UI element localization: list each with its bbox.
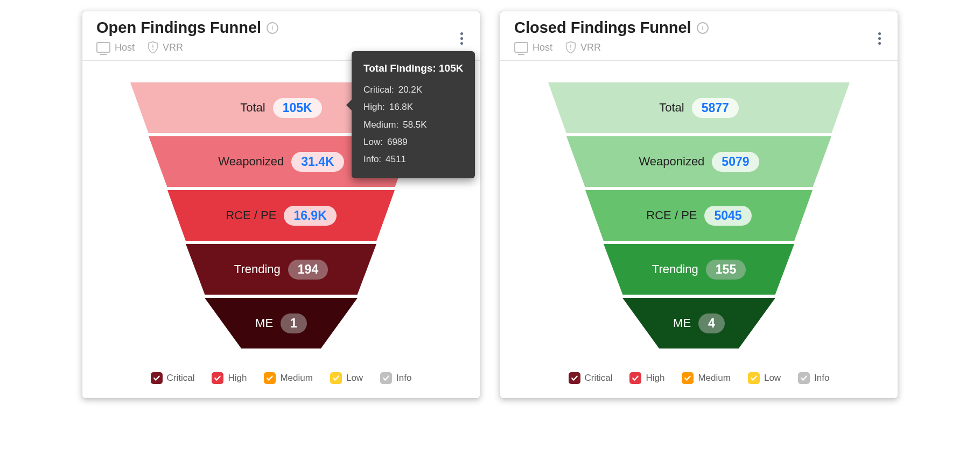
tooltip-title-value: 105K bbox=[439, 62, 463, 74]
segment-label: RCE / PE bbox=[226, 208, 276, 222]
segment-label: Weaponized bbox=[218, 155, 284, 169]
card-title: Open Findings Funneli bbox=[96, 19, 466, 37]
funnel-segment-me[interactable]: ME1 bbox=[205, 298, 358, 348]
segment-label: Trending bbox=[234, 262, 281, 276]
legend-label: Low bbox=[764, 373, 781, 384]
tooltip-row-label: Info: bbox=[363, 151, 381, 168]
funnel-chart: Total5877Weaponized5079RCE / PE5045Trend… bbox=[500, 61, 898, 363]
tooltip-row-value: 4511 bbox=[386, 151, 406, 168]
vrr-label: VRR bbox=[163, 42, 183, 53]
legend-item-high[interactable]: High bbox=[629, 372, 664, 384]
segment-label: ME bbox=[673, 316, 691, 330]
info-icon[interactable]: i bbox=[267, 22, 278, 34]
segment-value-badge: 5045 bbox=[704, 206, 751, 226]
tooltip-title-label: Total Findings: bbox=[363, 62, 436, 74]
funnel-chart: Total105KWeaponized31.4KRCE / PE16.9KTre… bbox=[82, 61, 480, 363]
legend-label: High bbox=[646, 373, 664, 384]
funnel-segment-trending[interactable]: Trending155 bbox=[604, 244, 794, 295]
segment-value-badge: 5877 bbox=[692, 98, 739, 118]
monitor-icon bbox=[96, 42, 110, 53]
checkbox-icon bbox=[212, 372, 223, 384]
checkbox-icon bbox=[264, 372, 276, 384]
tooltip-row: Low:6989 bbox=[363, 134, 463, 151]
funnel-segment-rce-pe[interactable]: RCE / PE5045 bbox=[585, 190, 813, 241]
segment-label: Weaponized bbox=[639, 155, 704, 169]
segment-label: Total bbox=[240, 101, 265, 115]
severity-legend: CriticalHighMediumLowInfo bbox=[500, 363, 898, 398]
asset-type-host[interactable]: Host bbox=[514, 42, 552, 53]
svg-point-1 bbox=[152, 49, 153, 50]
tooltip-row-value: 16.8K bbox=[389, 99, 413, 116]
info-icon[interactable]: i bbox=[697, 22, 709, 34]
checkbox-icon bbox=[330, 372, 342, 384]
checkbox-icon bbox=[151, 372, 163, 384]
card-title-text: Open Findings Funnel bbox=[96, 19, 261, 37]
shield-icon bbox=[148, 41, 158, 54]
segment-value-badge: 105K bbox=[273, 98, 322, 118]
checkbox-icon bbox=[682, 372, 694, 384]
tooltip-row: Medium:58.5K bbox=[363, 116, 463, 134]
funnel-segment-weaponized[interactable]: Weaponized5079 bbox=[566, 136, 831, 187]
legend-item-medium[interactable]: Medium bbox=[682, 372, 730, 384]
checkbox-icon bbox=[629, 372, 641, 384]
monitor-icon bbox=[514, 42, 528, 53]
legend-label: Critical bbox=[167, 373, 195, 384]
tooltip-row: High:16.8K bbox=[363, 99, 463, 116]
funnel-segment-rce-pe[interactable]: RCE / PE16.9K bbox=[167, 190, 395, 241]
segment-value-badge: 5079 bbox=[712, 152, 759, 172]
closed-findings-card: Closed Findings FunneliHostVRRTotal5877W… bbox=[500, 11, 898, 399]
legend-label: Critical bbox=[585, 373, 613, 384]
card-header: Closed Findings FunneliHostVRR bbox=[500, 11, 898, 61]
segment-value-badge: 155 bbox=[706, 260, 746, 280]
segment-label: Trending bbox=[652, 262, 698, 276]
card-title: Closed Findings Funneli bbox=[514, 19, 884, 37]
host-label: Host bbox=[533, 42, 552, 53]
tooltip-row-label: High: bbox=[363, 99, 385, 116]
tooltip-row: Info:4511 bbox=[363, 151, 463, 168]
risk-score-vrr[interactable]: VRR bbox=[148, 41, 183, 54]
legend-label: Medium bbox=[280, 373, 312, 384]
tooltip-row-label: Medium: bbox=[363, 116, 398, 134]
svg-point-3 bbox=[570, 49, 571, 50]
funnel-segment-total[interactable]: Total5877 bbox=[548, 82, 850, 133]
checkbox-icon bbox=[748, 372, 760, 384]
legend-item-low[interactable]: Low bbox=[330, 372, 363, 384]
segment-value-badge: 4 bbox=[698, 313, 725, 333]
card-title-text: Closed Findings Funnel bbox=[514, 19, 691, 37]
funnel-segment-trending[interactable]: Trending194 bbox=[186, 244, 376, 295]
segment-label: Total bbox=[659, 101, 684, 115]
legend-label: Medium bbox=[698, 373, 730, 384]
card-subhead: HostVRR bbox=[514, 41, 884, 54]
segment-value-badge: 31.4K bbox=[291, 152, 344, 172]
open-findings-card: Open Findings FunneliHostVRRTotal105KWea… bbox=[82, 11, 480, 399]
host-label: Host bbox=[115, 42, 135, 53]
risk-score-vrr[interactable]: VRR bbox=[565, 41, 601, 54]
card-menu-button[interactable] bbox=[873, 32, 886, 45]
tooltip-row: Critical:20.2K bbox=[363, 81, 463, 99]
legend-item-critical[interactable]: Critical bbox=[569, 372, 613, 384]
checkbox-icon bbox=[798, 372, 810, 384]
segment-value-badge: 194 bbox=[288, 260, 328, 280]
segment-value-badge: 16.9K bbox=[284, 206, 336, 226]
funnel-segment-me[interactable]: ME4 bbox=[622, 298, 775, 348]
tooltip-row-value: 6989 bbox=[387, 134, 408, 151]
checkbox-icon bbox=[380, 372, 392, 384]
legend-item-low[interactable]: Low bbox=[748, 372, 781, 384]
checkbox-icon bbox=[569, 372, 580, 384]
legend-label: Info bbox=[814, 373, 829, 384]
legend-item-info[interactable]: Info bbox=[798, 372, 829, 384]
legend-item-high[interactable]: High bbox=[212, 372, 247, 384]
funnel-tooltip: Total Findings: 105KCritical:20.2KHigh:1… bbox=[352, 51, 475, 178]
legend-item-medium[interactable]: Medium bbox=[264, 372, 312, 384]
legend-item-info[interactable]: Info bbox=[380, 372, 411, 384]
vrr-label: VRR bbox=[580, 42, 601, 53]
legend-label: Low bbox=[346, 373, 363, 384]
legend-item-critical[interactable]: Critical bbox=[151, 372, 195, 384]
severity-legend: CriticalHighMediumLowInfo bbox=[82, 363, 480, 398]
legend-label: High bbox=[228, 373, 247, 384]
asset-type-host[interactable]: Host bbox=[96, 42, 135, 53]
legend-label: Info bbox=[396, 373, 411, 384]
card-menu-button[interactable] bbox=[455, 32, 468, 45]
shield-icon bbox=[565, 41, 576, 54]
tooltip-row-value: 20.2K bbox=[398, 81, 422, 99]
